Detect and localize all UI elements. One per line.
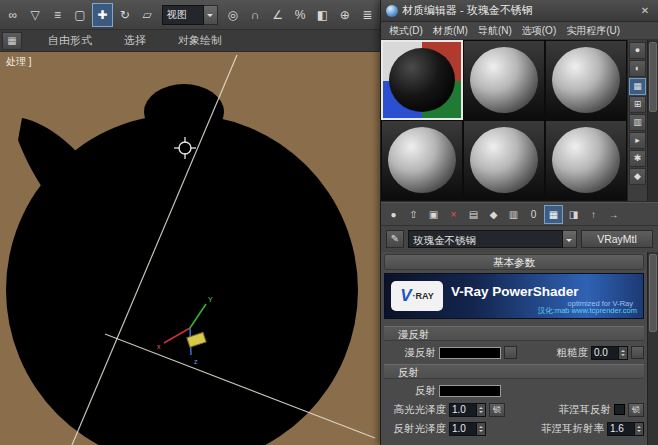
reference-coordinate-dropdown[interactable]: 视图 [162,5,218,25]
roughness-map-button[interactable] [631,346,644,359]
mirror-icon[interactable]: ◧ [312,3,333,27]
spinner-arrows-icon[interactable] [476,404,485,416]
hilight-glossiness-spinner[interactable]: 1.0 [449,403,486,417]
sample-slot-5[interactable] [463,120,545,200]
select-and-link-icon[interactable]: ∞ [2,3,23,27]
sample-tiling-icon[interactable]: ⊞ [629,96,646,113]
chevron-down-icon[interactable] [204,5,218,25]
reflection-glossiness-value: 1.0 [450,423,476,435]
spinner-arrows-icon[interactable] [634,423,643,435]
material-name-dropdown[interactable]: 玫瑰金不锈钢 [408,230,577,248]
go-forward-to-sibling-icon[interactable]: → [604,205,623,224]
menu-navigation[interactable]: 导航(N) [473,22,517,40]
angle-snap-icon[interactable]: ∠ [267,3,288,27]
put-material-to-scene-icon[interactable]: ⇧ [404,205,423,224]
material-sphere-black [389,48,455,112]
menu-mode[interactable]: 模式(D) [384,22,428,40]
background-icon[interactable]: ▦ [629,78,646,95]
make-unique-icon[interactable]: ◆ [484,205,503,224]
roughness-spinner[interactable]: 0.0 [591,346,628,360]
parameters-scrollbar[interactable] [647,252,658,445]
vray-logo-ray: ·RAY [413,291,434,301]
selection-filter-icon[interactable]: ▽ [24,3,45,27]
reflection-glossiness-label: 反射光泽度 [384,422,446,436]
pick-material-from-object-icon[interactable]: ✎ [386,230,404,248]
menu-utilities[interactable]: 实用程序(U) [561,22,625,40]
reflection-section-bar: 反射 [384,364,644,379]
menu-options[interactable]: 选项(O) [517,22,561,40]
percent-snap-icon[interactable]: % [289,3,310,27]
reflection-color-swatch[interactable] [439,385,501,397]
vray-powershader-banner: V ·RAY V-Ray PowerShader optimized for V… [384,273,644,319]
rectangular-selection-icon[interactable]: ▢ [69,3,90,27]
material-id-channel-icon[interactable]: 0 [524,205,543,224]
go-to-parent-icon[interactable]: ↑ [584,205,603,224]
tab-selection[interactable]: 选择 [108,30,162,51]
sample-slot-6[interactable] [545,120,627,200]
menu-material[interactable]: 材质(M) [428,22,473,40]
diffuse-color-swatch[interactable] [439,347,501,359]
banner-credit: 汉化:mab www.tcprender.com [538,306,637,316]
material-sphere [552,127,620,193]
banner-title: V-Ray PowerShader [451,284,637,299]
material-editor-title: 材质编辑器 - 玫瑰金不锈钢 [402,3,633,18]
spinner-arrows-icon[interactable] [618,347,627,359]
ribbon-tabs: ▦ 自由形式 选择 对象绘制 [0,30,380,52]
sample-type-icon[interactable]: ● [629,42,646,59]
align-icon[interactable]: ⊕ [334,3,355,27]
snaps-toggle-icon[interactable]: ∩ [245,3,266,27]
reference-coordinate-value: 视图 [162,5,204,25]
select-by-name-icon[interactable]: ≡ [47,3,68,27]
select-and-rotate-icon[interactable]: ↻ [114,3,135,27]
assign-material-to-selection-icon[interactable]: ▣ [424,205,443,224]
ribbon-minimize-icon[interactable]: ▦ [2,32,22,50]
vray-logo-v: V [400,286,411,306]
chevron-down-icon[interactable] [563,230,577,248]
material-editor-app-icon [386,5,398,17]
make-material-copy-icon[interactable]: ▤ [464,205,483,224]
material-type-button[interactable]: VRayMtl [581,230,653,248]
select-and-move-icon[interactable]: ✚ [92,3,113,27]
spinner-arrows-icon[interactable] [476,423,485,435]
reflection-glossiness-row: 反射光泽度 1.0 菲涅耳折射率 1.6 [384,420,644,437]
select-by-material-icon[interactable]: ◆ [629,168,646,185]
material-editor-titlebar[interactable]: 材质编辑器 - 玫瑰金不锈钢 ✕ [381,0,658,22]
diffuse-map-button[interactable] [504,346,517,359]
layer-manager-icon[interactable]: ≣ [357,3,378,27]
backlight-icon[interactable]: ◐ [629,60,646,77]
put-to-library-icon[interactable]: ▥ [504,205,523,224]
banner-text: V-Ray PowerShader optimized for V-Ray [443,284,637,308]
roughness-label: 粗糙度 [557,346,589,360]
tab-freeform[interactable]: 自由形式 [32,30,108,51]
sample-scrollbar[interactable] [647,40,658,201]
fresnel-ior-spinner[interactable]: 1.6 [607,422,644,436]
hilight-lock-icon[interactable]: 锁 [489,403,505,417]
3dsmax-screen: ∞ ▽ ≡ ▢ ✚ ↻ ▱ 视图 ◎ ∩ ∠ % ◧ ⊕ ≣ ▦ 自由形式 选择… [0,0,658,445]
hilight-glossiness-label: 高光光泽度 [384,403,446,417]
reflection-glossiness-spinner[interactable]: 1.0 [449,422,486,436]
close-icon[interactable]: ✕ [637,3,653,19]
sample-slot-1-selected[interactable] [381,40,463,120]
sample-slot-3[interactable] [545,40,627,120]
use-pivot-point-icon[interactable]: ◎ [222,3,243,27]
tab-object-paint[interactable]: 对象绘制 [162,30,238,51]
sample-slot-4[interactable] [381,120,463,200]
parameters-scrollbar-thumb[interactable] [649,254,657,332]
show-end-result-icon[interactable]: ◨ [564,205,583,224]
basic-parameters-rollout[interactable]: 基本参数 [384,254,644,270]
material-editor-toolbar: ● ⇧ ▣ × ▤ ◆ ▥ 0 ▦ ◨ ↑ → [381,202,658,226]
generate-preview-icon[interactable]: ▸ [629,132,646,149]
sample-scrollbar-thumb[interactable] [649,42,657,112]
fresnel-ior-value: 1.6 [608,423,634,435]
sample-slot-2[interactable] [463,40,545,120]
select-and-scale-icon[interactable]: ▱ [136,3,157,27]
get-material-icon[interactable]: ● [384,205,403,224]
material-editor-menubar: 模式(D) 材质(M) 导航(N) 选项(O) 实用程序(U) [381,22,658,40]
options-icon[interactable]: ✱ [629,150,646,167]
video-color-check-icon[interactable]: ▥ [629,114,646,131]
reset-map-icon[interactable]: × [444,205,463,224]
perspective-viewport[interactable]: 处理 ] [0,52,380,445]
fresnel-lock-icon[interactable]: 锁 [628,403,644,417]
fresnel-reflection-checkbox[interactable] [614,404,625,415]
show-map-in-viewport-icon[interactable]: ▦ [544,205,563,224]
